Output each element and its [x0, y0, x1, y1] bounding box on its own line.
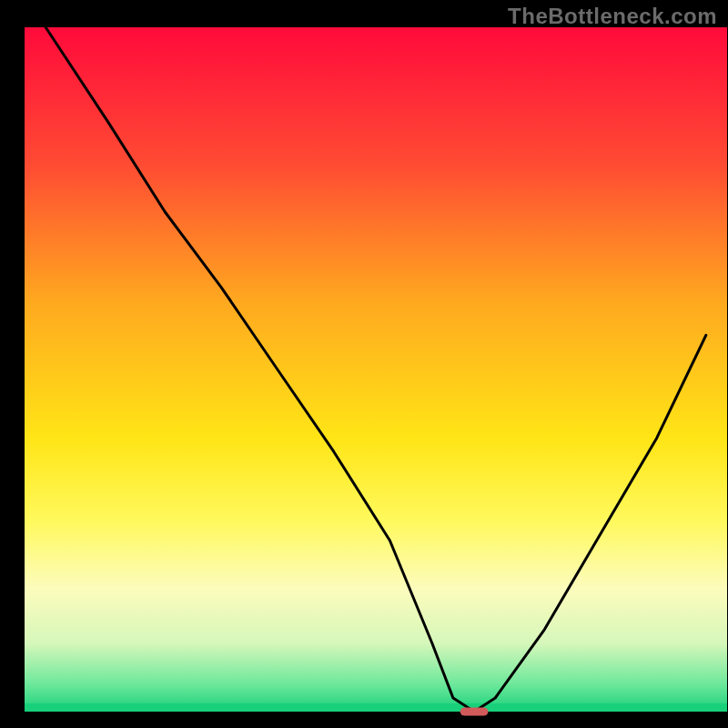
optimum-marker — [460, 707, 489, 715]
plot-background — [25, 27, 727, 712]
watermark-text: TheBottleneck.com — [508, 4, 717, 29]
baseline-band — [25, 703, 727, 712]
chart-container: TheBottleneck.com — [0, 0, 728, 728]
bottleneck-chart — [0, 0, 728, 728]
